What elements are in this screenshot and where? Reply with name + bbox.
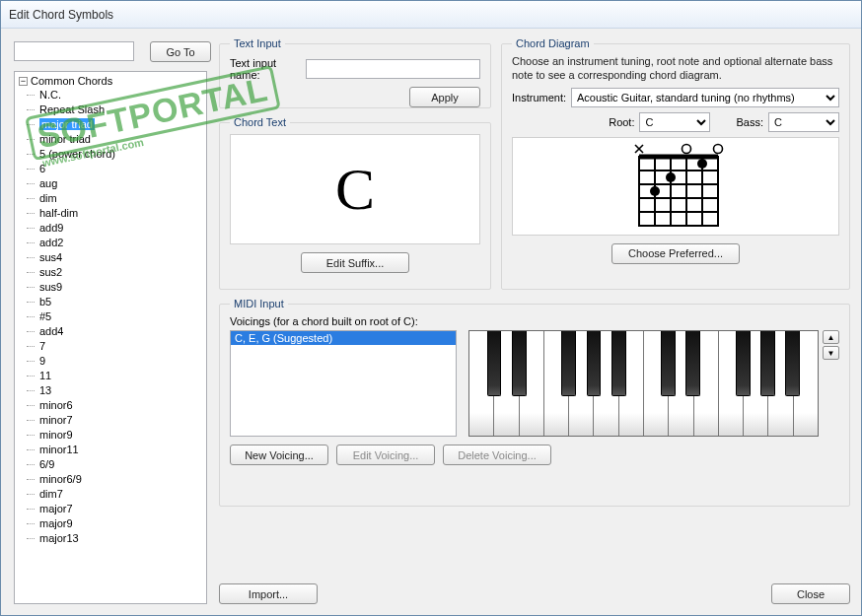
tree-item[interactable]: 11 bbox=[36, 369, 206, 383]
edit-voicing-button[interactable]: Edit Voicing... bbox=[336, 445, 435, 465]
search-input[interactable] bbox=[14, 41, 134, 61]
tree-item[interactable]: N.C. bbox=[36, 88, 206, 103]
chord-text-group: Chord Text C Edit Suffix... bbox=[219, 116, 491, 290]
piano-white-key[interactable] bbox=[768, 331, 793, 436]
tree-item[interactable]: dim7 bbox=[36, 487, 206, 502]
piano-white-key[interactable] bbox=[794, 331, 818, 436]
apply-button[interactable]: Apply bbox=[409, 87, 480, 107]
tree-item[interactable]: half-dim bbox=[36, 206, 206, 221]
tree-item-label: add9 bbox=[39, 222, 63, 234]
piano-keyboard[interactable] bbox=[468, 330, 819, 437]
tree-item[interactable]: 5 (power chord) bbox=[36, 147, 206, 162]
piano-white-key[interactable] bbox=[719, 331, 744, 436]
chord-tree[interactable]: − Common Chords N.C.Repeat Slashmajor tr… bbox=[14, 71, 207, 604]
new-voicing-button[interactable]: New Voicing... bbox=[230, 445, 328, 465]
tree-item[interactable]: 13 bbox=[36, 383, 206, 398]
piano-white-key[interactable] bbox=[594, 331, 618, 436]
piano-white-key[interactable] bbox=[644, 331, 669, 436]
chord-diagram-legend: Chord Diagram bbox=[512, 37, 594, 49]
tree-item-label: aug bbox=[39, 177, 57, 189]
tree-item-label: 6 bbox=[39, 163, 45, 174]
tree-item[interactable]: aug bbox=[36, 176, 206, 191]
tree-item[interactable]: 9 bbox=[36, 354, 206, 369]
piano-white-key[interactable] bbox=[694, 331, 719, 436]
tree-item-label: major triad bbox=[39, 118, 95, 130]
tree-item-label: major13 bbox=[39, 532, 79, 544]
tree-item[interactable]: minor11 bbox=[36, 443, 206, 457]
piano-white-key[interactable] bbox=[494, 331, 519, 436]
tree-item[interactable]: sus4 bbox=[36, 250, 206, 265]
svg-point-32 bbox=[666, 172, 676, 182]
tree-item-label: minor triad bbox=[39, 133, 91, 145]
tree-item[interactable]: minor7 bbox=[36, 413, 206, 428]
tree-item[interactable]: add2 bbox=[36, 236, 206, 250]
tree-item[interactable]: b5 bbox=[36, 295, 206, 309]
tree-item-label: 11 bbox=[39, 370, 51, 381]
root-combo[interactable]: C bbox=[639, 112, 710, 132]
tree-item[interactable]: 6 bbox=[36, 162, 206, 176]
tree-item[interactable]: add4 bbox=[36, 324, 206, 339]
tree-root-label: Common Chords bbox=[31, 75, 112, 87]
tree-item-label: 9 bbox=[39, 355, 45, 367]
edit-suffix-button[interactable]: Edit Suffix... bbox=[301, 252, 409, 273]
tree-item-label: dim7 bbox=[39, 488, 63, 500]
tree-item-label: minor9 bbox=[39, 429, 73, 441]
tree-item[interactable]: add9 bbox=[36, 221, 206, 236]
tree-item[interactable]: Repeat Slash bbox=[36, 103, 206, 117]
octave-spinner[interactable]: ▲ ▼ bbox=[823, 330, 839, 360]
tree-item-label: 5 (power chord) bbox=[39, 148, 115, 160]
goto-button[interactable]: Go To bbox=[150, 41, 211, 62]
tree-item-label: add4 bbox=[39, 325, 63, 337]
tree-item[interactable]: sus2 bbox=[36, 265, 206, 280]
bass-label: Bass: bbox=[736, 116, 763, 128]
piano-white-key[interactable] bbox=[544, 331, 569, 436]
piano-white-key[interactable] bbox=[569, 331, 594, 436]
tree-item[interactable]: major triad bbox=[36, 117, 206, 132]
voicings-label: Voicings (for a chord built on root of C… bbox=[230, 315, 839, 327]
chord-text-legend: Chord Text bbox=[230, 116, 290, 128]
piano-white-key[interactable] bbox=[744, 331, 768, 436]
tree-item-label: 13 bbox=[39, 384, 51, 396]
chord-diagram-preview bbox=[512, 137, 839, 236]
root-label: Root: bbox=[609, 116, 634, 128]
close-button[interactable]: Close bbox=[771, 583, 850, 604]
tree-item[interactable]: major13 bbox=[36, 531, 206, 546]
piano-white-key[interactable] bbox=[619, 331, 644, 436]
text-input-name-field[interactable] bbox=[306, 59, 480, 79]
choose-preferred-button[interactable]: Choose Preferred... bbox=[611, 243, 740, 264]
tree-expander-icon[interactable]: − bbox=[19, 77, 28, 86]
tree-item[interactable]: dim bbox=[36, 191, 206, 206]
tree-item[interactable]: major7 bbox=[36, 502, 206, 516]
piano-white-key[interactable] bbox=[669, 331, 693, 436]
tree-item[interactable]: 6/9 bbox=[36, 457, 206, 472]
voicing-item[interactable]: C, E, G (Suggested) bbox=[231, 331, 456, 345]
tree-item[interactable]: #5 bbox=[36, 309, 206, 324]
instrument-combo[interactable]: Acoustic Guitar, standard tuning (no rhy… bbox=[571, 88, 839, 107]
chord-diagram-description: Choose an instrument tuning, root note a… bbox=[512, 55, 839, 83]
midi-input-group: MIDI Input Voicings (for a chord built o… bbox=[219, 298, 850, 507]
tree-item[interactable]: minor6/9 bbox=[36, 472, 206, 487]
piano-white-key[interactable] bbox=[469, 331, 494, 436]
tree-item-label: #5 bbox=[39, 310, 51, 322]
voicings-list[interactable]: C, E, G (Suggested) bbox=[230, 330, 457, 437]
bass-combo[interactable]: C bbox=[768, 112, 839, 132]
tree-item-label: b5 bbox=[39, 296, 51, 308]
delete-voicing-button[interactable]: Delete Voicing... bbox=[443, 445, 551, 465]
spinner-down-icon[interactable]: ▼ bbox=[823, 346, 839, 360]
piano-white-key[interactable] bbox=[520, 331, 544, 436]
chord-text-preview: C bbox=[230, 134, 480, 244]
tree-item[interactable]: 7 bbox=[36, 339, 206, 354]
spinner-up-icon[interactable]: ▲ bbox=[823, 330, 839, 344]
svg-point-29 bbox=[682, 144, 691, 153]
tree-item[interactable]: minor triad bbox=[36, 132, 206, 147]
tree-item[interactable]: minor6 bbox=[36, 398, 206, 413]
tree-item-label: 7 bbox=[39, 340, 45, 352]
import-button[interactable]: Import... bbox=[219, 583, 318, 604]
tree-item-label: minor7 bbox=[39, 414, 73, 426]
tree-item-label: sus9 bbox=[39, 281, 62, 293]
tree-item[interactable]: minor9 bbox=[36, 428, 206, 443]
tree-item-label: minor11 bbox=[39, 444, 79, 455]
tree-item[interactable]: sus9 bbox=[36, 280, 206, 295]
tree-item-label: half-dim bbox=[39, 207, 78, 219]
tree-item[interactable]: major9 bbox=[36, 516, 206, 531]
